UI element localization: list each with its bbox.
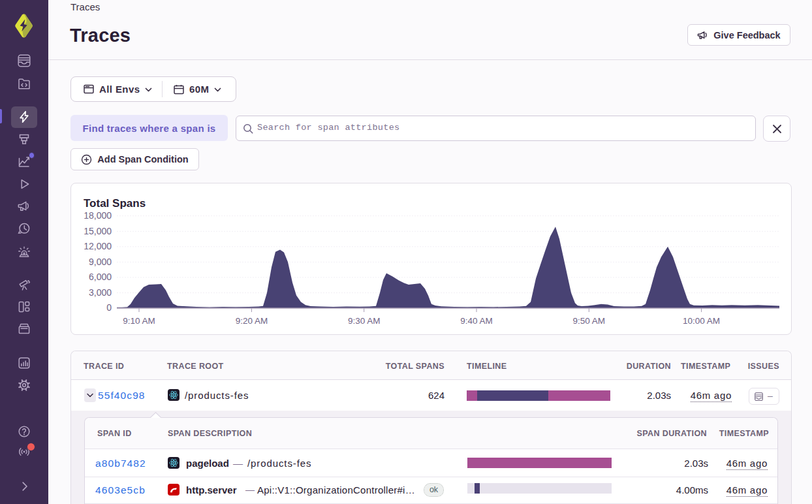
svg-text:6,000: 6,000 — [89, 272, 112, 282]
svg-text:0: 0 — [106, 302, 112, 313]
svg-text:9:50 AM: 9:50 AM — [573, 316, 606, 326]
svg-text:9:20 AM: 9:20 AM — [236, 316, 268, 326]
svg-text:9,000: 9,000 — [89, 257, 112, 267]
svg-text:9:30 AM: 9:30 AM — [348, 316, 381, 326]
svg-text:3,000: 3,000 — [89, 287, 112, 298]
svg-text:12,000: 12,000 — [84, 241, 112, 251]
svg-text:15,000: 15,000 — [84, 226, 112, 236]
svg-text:18,000: 18,000 — [84, 210, 112, 221]
svg-text:9:40 AM: 9:40 AM — [460, 316, 493, 326]
svg-text:9:10 AM: 9:10 AM — [123, 316, 155, 326]
svg-text:10:00 AM: 10:00 AM — [683, 316, 720, 326]
